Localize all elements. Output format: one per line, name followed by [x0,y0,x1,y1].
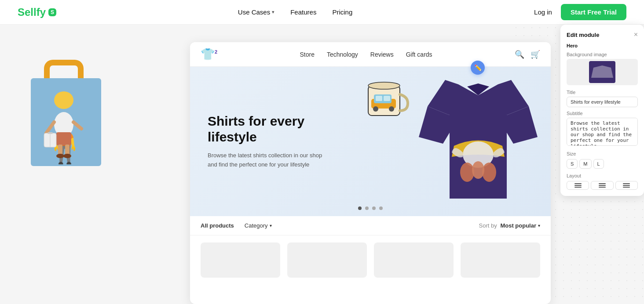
store-logo-icon: 👕2 [201,47,217,61]
svg-point-23 [472,161,484,179]
filter-sort[interactable]: Sort by Most popular ▾ [479,222,540,229]
size-label: Size [567,151,638,156]
store-nav-giftcards[interactable]: Gift cards [406,51,432,58]
nav-pricing[interactable]: Pricing [332,8,352,16]
login-button[interactable]: Log in [534,8,552,16]
floating-decorations: 🧍 [0,51,141,271]
category-chevron-icon: ▾ [270,223,272,228]
filter-bar: All products Category ▾ Sort by Most pop… [190,216,551,235]
edit-module-panel: Edit module × Hero Background image Titl… [560,25,644,196]
carousel-dot-4[interactable] [379,206,383,210]
layout-3-button[interactable] [615,181,638,190]
layout-1-button[interactable] [567,181,589,190]
product-card-2[interactable] [287,242,367,278]
svg-point-16 [373,106,378,112]
edit-module-button[interactable]: ✏️ [471,61,485,75]
store-nav-technology[interactable]: Technology [327,51,358,58]
hero-text: Shirts for every lifestyle Browse the la… [208,113,331,170]
store-nav: 👕2 Store Technology Reviews Gift cards 🔍… [190,42,551,67]
shirt-decoration [410,67,546,216]
svg-point-22 [482,163,496,182]
nav-use-cases[interactable]: Use Cases ▾ [238,8,274,16]
svg-point-17 [389,106,394,112]
hero-wrapper: ✏️ Shirts for every lifestyle Browse the… [190,67,551,216]
svg-line-7 [46,122,54,133]
nav-links: Use Cases ▾ Features Pricing [238,8,352,16]
size-l-button[interactable]: L [593,159,604,169]
bg-image-label: Background image [567,52,638,57]
hero-banner: Shirts for every lifestyle Browse the la… [190,67,551,216]
svg-rect-4 [65,145,70,156]
size-m-button[interactable]: M [579,159,591,169]
cart-icon[interactable]: 🛒 [531,50,540,59]
search-icon[interactable]: 🔍 [515,50,524,59]
edit-panel-title: Edit module [567,32,599,38]
size-buttons: S M L [567,159,638,169]
svg-point-1 [54,112,73,137]
edit-section-hero: Hero [567,43,638,48]
svg-point-6 [63,154,71,158]
subtitle-field-label: Subtitle [567,111,638,116]
store-nav-reviews[interactable]: Reviews [370,51,394,58]
hero-title: Shirts for every lifestyle [208,113,331,145]
product-grid [190,235,551,285]
bg-image-thumb[interactable] [567,59,638,85]
svg-rect-9 [44,133,56,147]
svg-point-21 [460,163,474,182]
mug-decoration [362,75,410,125]
svg-rect-11 [48,132,53,134]
store-nav-store[interactable]: Store [300,51,315,58]
title-field-label: Title [567,90,638,95]
size-s-button[interactable]: S [567,159,578,169]
sort-chevron-icon: ▾ [538,223,540,228]
start-trial-button[interactable]: Start Free Trial [561,4,626,20]
svg-rect-2 [56,132,71,145]
svg-rect-18 [376,96,382,101]
product-card-1[interactable] [201,242,280,278]
layout-label: Layout [567,173,638,178]
product-card-4[interactable] [461,242,540,278]
svg-line-8 [73,122,81,129]
product-card-3[interactable] [374,242,454,278]
carousel-dots [358,206,383,210]
logo-text: Sellfy [18,6,46,18]
main-content: 🧍 [0,25,644,304]
layout-2-button[interactable] [591,181,613,190]
filter-category[interactable]: Category ▾ [245,222,272,229]
svg-point-0 [54,91,73,109]
subtitle-input[interactable]: Browse the latest shirts collection in o… [567,118,638,146]
browser-mockup: 👕2 Store Technology Reviews Gift cards 🔍… [190,42,551,304]
carousel-dot-2[interactable] [365,206,369,210]
nav-features[interactable]: Features [290,8,316,16]
carousel-dot-1[interactable] [358,206,362,210]
layout-buttons [567,181,638,190]
hero-subtitle: Browse the latest shirts collection in o… [208,151,331,170]
svg-point-5 [56,154,64,158]
navbar: Sellfy S Use Cases ▾ Features Pricing Lo… [0,0,644,25]
logo-badge: S [48,8,56,16]
store-nav-links: Store Technology Reviews Gift cards [300,51,432,58]
svg-rect-19 [384,96,390,101]
carousel-dot-3[interactable] [372,206,376,210]
navbar-actions: Log in Start Free Trial [534,4,626,20]
close-icon[interactable]: × [634,31,638,39]
filter-all-products[interactable]: All products [201,222,234,229]
chevron-down-icon: ▾ [272,9,274,15]
store-nav-actions: 🔍 🛒 [515,50,540,59]
svg-point-13 [368,82,400,89]
logo[interactable]: Sellfy S [18,6,56,18]
title-input[interactable] [567,97,638,107]
svg-rect-3 [58,145,62,156]
edit-panel-header: Edit module × [567,31,638,39]
